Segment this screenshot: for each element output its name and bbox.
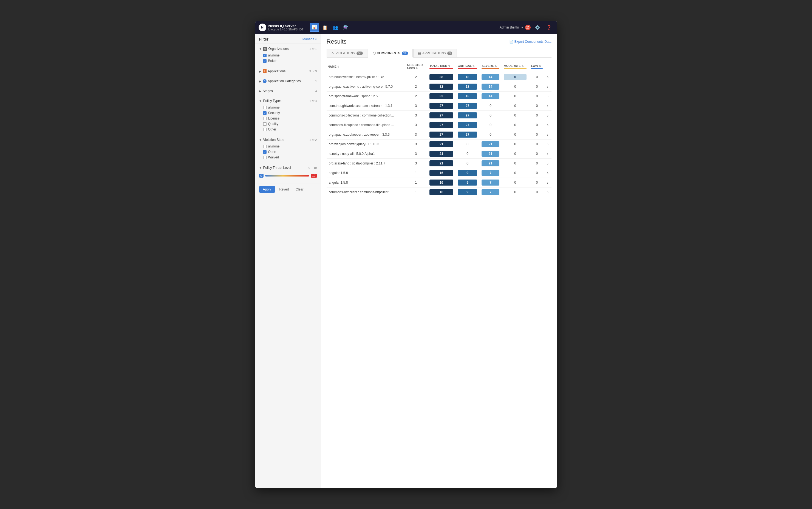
manage-button[interactable]: Manage ▾ — [302, 37, 317, 41]
component-name[interactable]: org.bouncycastle : bcprov-jdk16 : 1.46 — [327, 72, 404, 82]
expand-icon[interactable]: › — [545, 130, 551, 139]
tab-violations[interactable]: ⚠ VIOLATIONS 50 — [327, 49, 367, 57]
risk-severe-cell: 14 — [479, 72, 501, 82]
pt-license-item[interactable]: License — [263, 116, 317, 121]
pt-quality-item[interactable]: Quality — [263, 121, 317, 127]
component-name[interactable]: io.netty : netty-all : 5.0.0.Alpha1 — [327, 149, 404, 159]
risk-severe-cell: 0 — [479, 111, 501, 120]
help-icon[interactable]: ❓ — [544, 23, 554, 32]
policytypes-toggle-icon — [259, 100, 262, 103]
app-categories-header[interactable]: C Application Categories 1 — [255, 78, 321, 84]
vs-waived-checkbox[interactable] — [263, 156, 266, 159]
table-row: org.apache.zookeeper : zookeeper : 3.3.6… — [327, 130, 551, 139]
expand-icon[interactable]: › — [545, 111, 551, 120]
policy-threat-header[interactable]: Policy Threat Level 0 – 10 — [255, 165, 321, 171]
col-name[interactable]: NAME ⇅ — [327, 61, 404, 72]
component-name[interactable]: org.webjars.bower jquery-ui 1.10.3 — [327, 139, 404, 149]
risk-moderate-cell: 0 — [501, 111, 529, 120]
nav-labs-icon[interactable]: ⚗️ — [341, 23, 351, 32]
sidebar-header: Filter Manage ▾ — [255, 34, 321, 44]
pt-allnone-checkbox[interactable] — [263, 106, 266, 109]
risk-low-cell: 0 — [529, 120, 545, 130]
vs-open-item[interactable]: Open — [263, 149, 317, 155]
risk-low-cell: 0 — [529, 101, 545, 111]
vs-waived-item[interactable]: Waived — [263, 155, 317, 160]
component-name[interactable]: org.scala-lang : scala-compiler : 2.11.7 — [327, 159, 404, 168]
pt-security-checkbox[interactable] — [263, 111, 266, 115]
component-name[interactable]: org.apache.zookeeper : zookeeper : 3.3.6 — [327, 130, 404, 139]
expand-icon[interactable]: › — [545, 188, 551, 197]
expand-icon[interactable]: › — [545, 72, 551, 82]
sidebar-title: Filter — [259, 37, 268, 41]
nav-orgs-icon[interactable]: 👥 — [331, 23, 340, 32]
threat-slider-track[interactable] — [265, 175, 309, 176]
affected-apps: 3 — [404, 149, 427, 159]
org-allnone-item[interactable]: all/none — [263, 53, 317, 58]
expand-icon[interactable]: › — [545, 168, 551, 178]
revert-button[interactable]: Revert — [277, 186, 291, 193]
expand-icon[interactable]: › — [545, 82, 551, 92]
stages-header[interactable]: Stages 4 — [255, 88, 321, 94]
col-critical[interactable]: CRITICAL ⇅ — [455, 61, 479, 72]
export-button[interactable]: 📄 Export Components Data — [509, 40, 551, 43]
nav-dashboard-icon[interactable]: 📊 — [310, 23, 319, 32]
component-name[interactable]: commons-httpclient : commons-httpclient … — [327, 188, 404, 197]
org-bokeh-checkbox[interactable] — [263, 59, 266, 63]
component-name[interactable]: org.springframework : spring : 2.5.6 — [327, 92, 404, 101]
col-low[interactable]: LOW ⇅ — [529, 61, 545, 72]
expand-icon[interactable]: › — [545, 159, 551, 168]
org-allnone-checkbox[interactable] — [263, 54, 266, 57]
component-name[interactable]: commons-collections : commons-collection… — [327, 111, 404, 120]
expand-icon[interactable]: › — [545, 149, 551, 159]
user-label: Admin BuiltIn — [500, 26, 519, 29]
risk-severe-cell: 14 — [479, 92, 501, 101]
policy-types-header[interactable]: Policy Types 1 of 4 — [255, 98, 321, 104]
risk-critical-cell: 27 — [455, 111, 479, 120]
threat-slider-row: 0 10 — [259, 174, 317, 178]
tab-components[interactable]: ⬡ COMPONENTS 19 — [368, 49, 413, 58]
risk-total-cell: 16 — [427, 168, 455, 178]
org-bokeh-item[interactable]: Bokeh — [263, 58, 317, 64]
component-name[interactable]: org.apache.activemq : activemq-core : 5.… — [327, 82, 404, 92]
vs-allnone-checkbox[interactable] — [263, 145, 266, 148]
notification-badge[interactable]: 20 — [525, 25, 531, 30]
pt-allnone-item[interactable]: all/none — [263, 105, 317, 110]
settings-icon[interactable]: ⚙️ — [533, 23, 542, 32]
risk-critical-cell: 18 — [455, 82, 479, 92]
affected-apps: 2 — [404, 72, 427, 82]
vs-allnone-item[interactable]: all/none — [263, 144, 317, 149]
violation-state-header[interactable]: Violation State 1 of 2 — [255, 136, 321, 143]
table-row: org.springframework : spring : 2.5.6 2 3… — [327, 92, 551, 101]
pt-other-item[interactable]: Other — [263, 127, 317, 132]
vs-open-checkbox[interactable] — [263, 150, 266, 154]
clear-button[interactable]: Clear — [293, 186, 306, 193]
applications-badge: 3 — [447, 52, 452, 55]
pt-license-checkbox[interactable] — [263, 117, 266, 120]
component-name[interactable]: commons-fileupload : commons-fileupload … — [327, 120, 404, 130]
expand-icon[interactable]: › — [545, 139, 551, 149]
component-name[interactable]: angular 1.5.8 — [327, 168, 404, 178]
component-name[interactable]: com.thoughtworks.xstream : xstream : 1.3… — [327, 101, 404, 111]
component-name[interactable]: angular 1.5.8 — [327, 178, 404, 188]
col-affected-apps[interactable]: AFFECTEDAPPS ⇅ — [404, 61, 427, 72]
tab-applications[interactable]: ▦ APPLICATIONS 3 — [413, 49, 457, 57]
organizations-header[interactable]: O Organizations 1 of 1 — [255, 45, 321, 52]
expand-icon[interactable]: › — [545, 92, 551, 101]
expand-icon[interactable]: › — [545, 120, 551, 130]
risk-total-cell: 27 — [427, 120, 455, 130]
violation-state-label: Violation State — [259, 138, 284, 142]
policytypes-count: 1 of 4 — [309, 99, 317, 103]
pt-security-item[interactable]: Security — [263, 110, 317, 116]
apply-button[interactable]: Apply — [259, 186, 275, 193]
col-severe[interactable]: SEVERE ⇅ — [479, 61, 501, 72]
expand-icon[interactable]: › — [545, 178, 551, 188]
expand-icon[interactable]: › — [545, 101, 551, 111]
nav-reports-icon[interactable]: 📋 — [320, 23, 330, 32]
col-moderate[interactable]: MODERATE ⇅ — [501, 61, 529, 72]
applications-header[interactable]: A Applications 3 of 3 — [255, 68, 321, 74]
col-total-risk[interactable]: TOTAL RISK ⇅ — [427, 61, 455, 72]
pt-quality-checkbox[interactable] — [263, 122, 266, 126]
pt-other-checkbox[interactable] — [263, 128, 266, 131]
risk-total-cell: 27 — [427, 111, 455, 120]
organizations-section: O Organizations 1 of 1 all/none Bokeh — [255, 44, 321, 66]
